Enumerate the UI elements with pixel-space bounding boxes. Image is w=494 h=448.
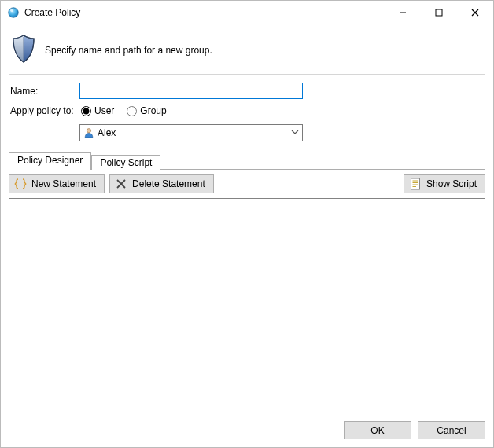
- ok-button[interactable]: OK: [344, 421, 411, 439]
- app-icon: [7, 6, 20, 19]
- dialog-buttons: OK Cancel: [9, 413, 485, 439]
- target-select-row: Alex: [9, 124, 485, 141]
- separator: [9, 74, 485, 75]
- user-icon: [83, 127, 94, 138]
- svg-rect-3: [436, 9, 442, 16]
- tab-policy-script[interactable]: Policy Script: [91, 155, 160, 170]
- radio-group[interactable]: Group: [127, 105, 166, 116]
- radio-user[interactable]: User: [81, 105, 114, 116]
- button-label: Delete Statement: [132, 178, 205, 189]
- window-title: Create Policy: [24, 7, 80, 18]
- chevron-down-icon: [288, 127, 302, 138]
- minimize-button[interactable]: [385, 1, 421, 24]
- close-button[interactable]: [457, 1, 493, 24]
- radio-user-input[interactable]: [81, 106, 91, 116]
- name-label: Name:: [9, 86, 79, 97]
- titlebar: Create Policy: [1, 1, 493, 24]
- tab-policy-designer[interactable]: Policy Designer: [9, 152, 91, 170]
- tab-label: Policy Script: [100, 157, 152, 168]
- maximize-button[interactable]: [421, 1, 457, 24]
- svg-rect-9: [411, 178, 419, 189]
- header-row: Specify name and path for a new group.: [9, 31, 485, 74]
- tab-label: Policy Designer: [17, 155, 83, 166]
- new-statement-button[interactable]: New Statement: [9, 174, 105, 193]
- apply-label: Apply policy to:: [9, 105, 79, 116]
- shield-icon: [10, 34, 37, 66]
- svg-point-6: [87, 129, 90, 133]
- radio-group-label: Group: [140, 105, 166, 116]
- show-script-button[interactable]: Show Script: [404, 174, 485, 193]
- svg-point-1: [10, 9, 13, 12]
- target-select[interactable]: Alex: [79, 124, 303, 141]
- button-label: New Statement: [31, 178, 96, 189]
- radio-user-label: User: [94, 105, 114, 116]
- svg-point-0: [9, 7, 18, 17]
- name-row: Name:: [9, 83, 485, 99]
- cancel-button[interactable]: Cancel: [418, 421, 485, 439]
- tabs: Policy Designer Policy Script: [9, 152, 485, 170]
- button-label: Show Script: [426, 178, 477, 189]
- create-policy-dialog: Create Policy: [0, 0, 494, 448]
- delete-statement-button[interactable]: Delete Statement: [109, 174, 214, 193]
- apply-radio-group: User Group: [81, 105, 167, 116]
- name-input[interactable]: [79, 83, 303, 99]
- delete-icon: [115, 178, 127, 190]
- radio-group-input[interactable]: [127, 106, 137, 116]
- statement-editor[interactable]: [9, 198, 485, 413]
- target-name: Alex: [98, 127, 288, 138]
- script-icon: [409, 178, 422, 190]
- header-description: Specify name and path for a new group.: [45, 45, 212, 56]
- apply-row: Apply policy to: User Group: [9, 105, 485, 116]
- braces-icon: [14, 178, 27, 190]
- toolbar: New Statement Delete Statement: [9, 170, 485, 198]
